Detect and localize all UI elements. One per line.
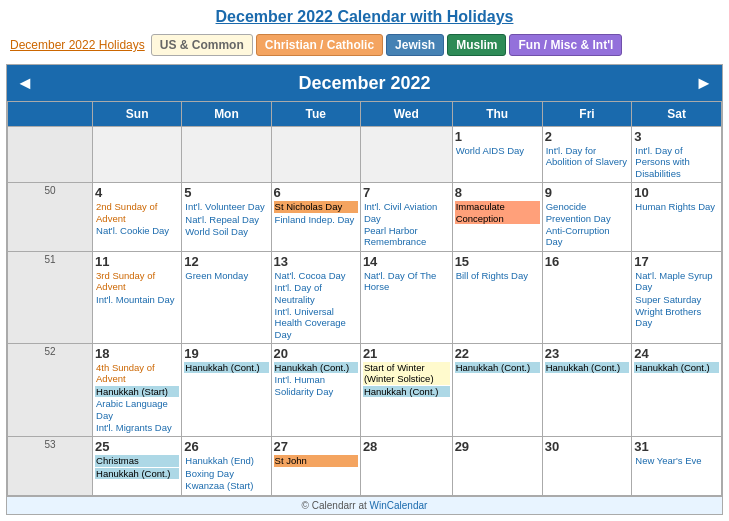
event: Bill of Rights Day	[455, 270, 540, 281]
calendar-day-8: 8 Immaculate Conception	[452, 183, 542, 252]
event: Hanukkah (Cont.)	[634, 362, 719, 373]
event: Nat'l. Cocoa Day	[274, 270, 358, 281]
tab-jewish[interactable]: Jewish	[386, 34, 444, 56]
next-month-button[interactable]: ►	[686, 65, 722, 101]
event: Boxing Day	[184, 468, 268, 479]
event: Int'l. Universal Health Coverage Day	[274, 306, 358, 340]
day-number: 7	[363, 185, 450, 200]
calendar-day-15: 15 Bill of Rights Day	[452, 251, 542, 343]
page-title: December 2022 Calendar with Holidays	[0, 0, 729, 30]
calendar-day-10: 10 Human Rights Day	[632, 183, 722, 252]
tab-fun[interactable]: Fun / Misc & Int'l	[509, 34, 622, 56]
event: Human Rights Day	[634, 201, 719, 212]
event: Int'l. Day of Neutrality	[274, 282, 358, 305]
calendar-day-31: 31 New Year's Eve	[632, 437, 722, 495]
calendar-day-14: 14 Nat'l. Day Of The Horse	[360, 251, 452, 343]
event: Hanukkah (Start)	[95, 386, 179, 397]
event: Pearl Harbor Remembrance	[363, 225, 450, 248]
calendar-nav: ◄ December 2022 ►	[7, 65, 722, 101]
event: Wright Brothers Day	[634, 306, 719, 329]
event: Int'l. Human Solidarity Day	[274, 374, 358, 397]
calendar-day-29: 29	[452, 437, 542, 495]
day-number: 15	[455, 254, 540, 269]
calendar-day-5: 5 Int'l. Volunteer Day Nat'l. Repeal Day…	[182, 183, 271, 252]
calendar-day-13: 13 Nat'l. Cocoa Day Int'l. Day of Neutra…	[271, 251, 360, 343]
event: Hanukkah (Cont.)	[274, 362, 358, 373]
day-number: 28	[363, 439, 450, 454]
day-number: 21	[363, 346, 450, 361]
header-tue: Tue	[271, 102, 360, 127]
calendar-day-9: 9 Genocide Prevention Day Anti-Corruptio…	[542, 183, 632, 252]
event: Nat'l. Maple Syrup Day	[634, 270, 719, 293]
week-num: 53	[8, 437, 93, 495]
day-number: 3	[634, 129, 719, 144]
prev-month-button[interactable]: ◄	[7, 65, 43, 101]
calendar-day-empty	[360, 127, 452, 183]
day-number: 13	[274, 254, 358, 269]
calendar-day-25: 25 Christmas Hanukkah (Cont.)	[93, 437, 182, 495]
event: Green Monday	[184, 270, 268, 281]
tab-christian[interactable]: Christian / Catholic	[256, 34, 383, 56]
event: Hanukkah (Cont.)	[545, 362, 630, 373]
calendar-day-3: 3 Int'l. Day of Persons with Disabilitie…	[632, 127, 722, 183]
event: Christmas	[95, 455, 179, 466]
week-num-header	[8, 102, 93, 127]
filter-tabs: US & Common Christian / Catholic Jewish …	[151, 34, 623, 56]
day-number: 9	[545, 185, 630, 200]
event: Int'l. Mountain Day	[95, 294, 179, 305]
event: World Soil Day	[184, 226, 268, 237]
event: St Nicholas Day	[274, 201, 358, 212]
calendar-day-22: 22 Hanukkah (Cont.)	[452, 344, 542, 437]
day-number: 6	[274, 185, 358, 200]
day-number: 14	[363, 254, 450, 269]
calendar-day-empty	[271, 127, 360, 183]
day-number: 1	[455, 129, 540, 144]
day-number: 27	[274, 439, 358, 454]
tab-us[interactable]: US & Common	[151, 34, 253, 56]
calendar-day-6: 6 St Nicholas Day Finland Indep. Day	[271, 183, 360, 252]
tab-muslim[interactable]: Muslim	[447, 34, 506, 56]
event: Hanukkah (End)	[184, 455, 268, 466]
calendar-day-26: 26 Hanukkah (End) Boxing Day Kwanzaa (St…	[182, 437, 271, 495]
day-number: 16	[545, 254, 630, 269]
event: Start of Winter (Winter Solstice)	[363, 362, 450, 385]
event: Nat'l. Day Of The Horse	[363, 270, 450, 293]
calendar-day-4: 4 2nd Sunday of Advent Nat'l. Cookie Day	[93, 183, 182, 252]
filter-label[interactable]: December 2022 Holidays	[10, 38, 145, 52]
filter-row: December 2022 Holidays US & Common Chris…	[0, 30, 729, 64]
calendar-day-2: 2 Int'l. Day for Abolition of Slavery	[542, 127, 632, 183]
event: 2nd Sunday of Advent	[95, 201, 179, 224]
event: St John	[274, 455, 358, 466]
event: World AIDS Day	[455, 145, 540, 156]
event: Int'l. Civil Aviation Day	[363, 201, 450, 224]
header-mon: Mon	[182, 102, 271, 127]
day-number: 11	[95, 254, 179, 269]
day-number: 25	[95, 439, 179, 454]
calendar-container: ◄ December 2022 ► Sun Mon Tue Wed Thu Fr…	[6, 64, 723, 515]
event: Int'l. Migrants Day	[95, 422, 179, 433]
day-number: 5	[184, 185, 268, 200]
day-number: 24	[634, 346, 719, 361]
calendar-day-17: 17 Nat'l. Maple Syrup Day Super Saturday…	[632, 251, 722, 343]
day-number: 8	[455, 185, 540, 200]
day-number: 26	[184, 439, 268, 454]
event: New Year's Eve	[634, 455, 719, 466]
event: Hanukkah (Cont.)	[95, 468, 179, 479]
week-num: 50	[8, 183, 93, 252]
event: Nat'l. Repeal Day	[184, 214, 268, 225]
day-number: 23	[545, 346, 630, 361]
day-number: 19	[184, 346, 268, 361]
page-title-link[interactable]: December 2022 Calendar with Holidays	[216, 8, 514, 25]
day-number: 10	[634, 185, 719, 200]
calendar-day-27: 27 St John	[271, 437, 360, 495]
footer: © Calendarr at WinCalendar	[7, 496, 722, 514]
footer-link[interactable]: WinCalendar	[370, 500, 428, 511]
event: 3rd Sunday of Advent	[95, 270, 179, 293]
calendar-day-30: 30	[542, 437, 632, 495]
calendar-day-28: 28	[360, 437, 452, 495]
event: 4th Sunday of Advent	[95, 362, 179, 385]
calendar-day-12: 12 Green Monday	[182, 251, 271, 343]
calendar-day-19: 19 Hanukkah (Cont.)	[182, 344, 271, 437]
calendar-day-empty	[182, 127, 271, 183]
table-row: 51 11 3rd Sunday of Advent Int'l. Mounta…	[8, 251, 722, 343]
